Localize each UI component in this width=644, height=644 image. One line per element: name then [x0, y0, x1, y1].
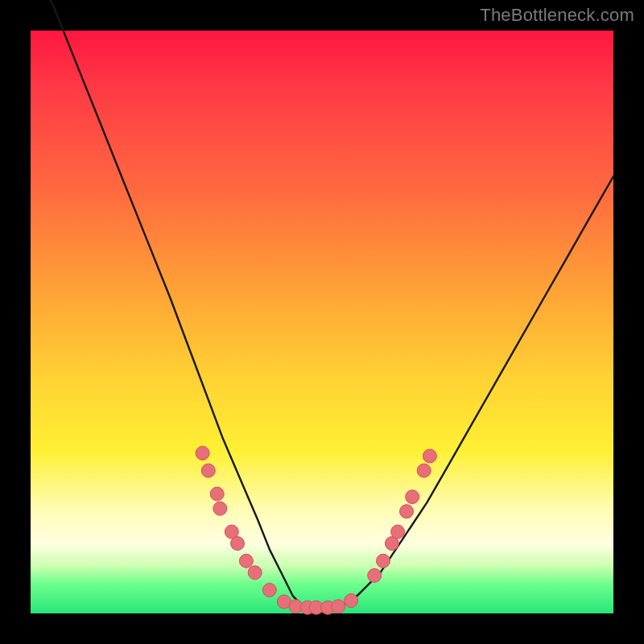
highlight-point [345, 594, 358, 608]
highlight-point [400, 505, 414, 518]
highlight-point [196, 446, 209, 460]
highlight-point [213, 502, 227, 515]
bottleneck-curve [31, 0, 613, 613]
highlight-point [332, 600, 345, 613]
watermark-text: TheBottleneck.com [480, 5, 634, 26]
highlight-point [377, 554, 390, 568]
chart-frame: TheBottleneck.com [0, 0, 644, 644]
highlight-point [417, 464, 431, 477]
highlight-point [368, 568, 382, 582]
highlight-point [391, 525, 405, 539]
highlight-point [231, 537, 245, 551]
highlight-point [248, 566, 262, 580]
highlight-point [210, 487, 224, 501]
chart-svg [31, 31, 613, 613]
highlight-point [406, 490, 419, 504]
highlight-point [262, 584, 276, 597]
highlight-markers [196, 446, 436, 614]
highlight-point [239, 554, 253, 568]
plot-area [31, 31, 613, 613]
highlight-point [423, 449, 436, 463]
highlight-point [201, 464, 215, 477]
